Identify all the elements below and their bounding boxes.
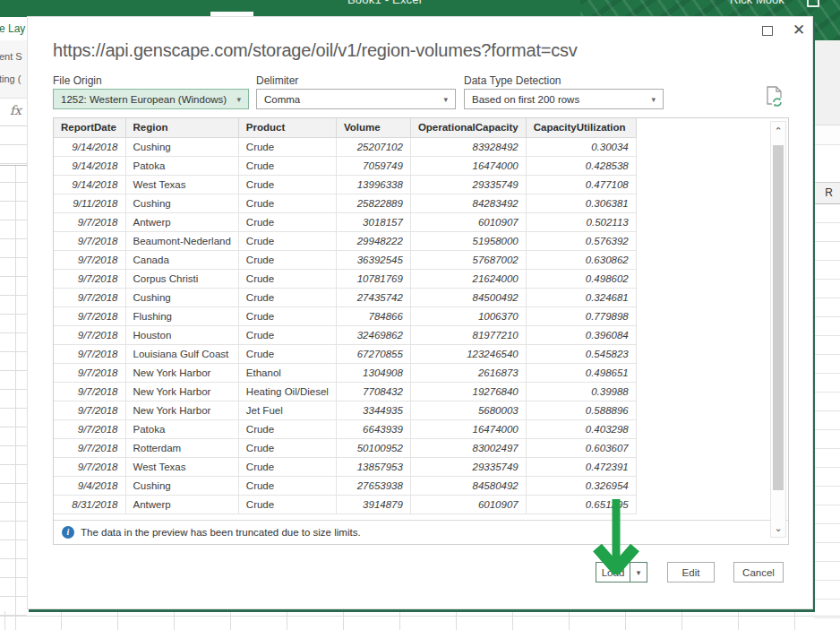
table-cell: 6643939 (336, 419, 410, 438)
table-cell: 0.498651 (526, 363, 636, 382)
table-row: 9/7/2018HoustonCrude32469862819772100.39… (54, 325, 636, 344)
table-cell: 9/7/2018 (54, 457, 125, 476)
table-cell: 57687002 (410, 250, 526, 269)
window-title: Book1 - Excel (347, 0, 422, 6)
truncation-notice: i The data in the preview has been trunc… (54, 520, 788, 544)
table-cell: Jet Fuel (238, 401, 336, 419)
excel-left-edge: e Lay ent S ting ( fx (0, 17, 27, 630)
ribbon-fragment (813, 40, 840, 125)
table-row: 9/7/2018Corpus ChristiCrude1078176921624… (54, 269, 636, 288)
table-cell: 9/14/2018 (54, 156, 125, 175)
column-header: OperationalCapacity (410, 118, 526, 137)
truncation-message: The data in the preview has been truncat… (81, 527, 361, 538)
table-cell: 1006370 (410, 306, 526, 325)
load-split-arrow-icon[interactable]: ▾ (630, 562, 647, 583)
table-cell: 0.306381 (526, 194, 636, 212)
formula-bar-fragment (813, 125, 840, 145)
table-cell: 32469862 (336, 325, 410, 344)
table-cell: Cushing (125, 194, 238, 212)
table-cell: 8/31/2018 (54, 495, 125, 513)
table-cell: 83002497 (410, 438, 526, 457)
table-cell: Antwerp (125, 212, 238, 231)
chevron-down-icon: ▾ (443, 95, 448, 104)
table-cell: 83928492 (410, 137, 526, 156)
worksheet-grid-fragment (0, 126, 27, 630)
dialog-title-url: https://api.genscape.com/storage/oil/v1/… (53, 40, 578, 61)
screen: Book1 - Excel Rick Mook e Lay ent S ting… (0, 0, 840, 630)
signed-in-user: Rick Mook (730, 0, 784, 6)
table-cell: 0.545823 (526, 344, 636, 363)
file-origin-value: 1252: Western European (Windows) (61, 94, 227, 105)
gridline (15, 166, 16, 630)
table-cell: 0.326954 (526, 476, 636, 495)
table-cell: 0.39988 (526, 382, 636, 401)
table-cell: 0.651295 (526, 495, 636, 513)
table-row: 9/7/2018New York HarborEthanol1304908261… (54, 363, 636, 382)
close-icon[interactable]: ✕ (791, 22, 807, 39)
table-cell: Cushing (125, 137, 238, 156)
scrollbar-thumb[interactable] (773, 145, 784, 490)
table-cell: New York Harbor (125, 363, 238, 382)
table-cell: 29335749 (410, 175, 526, 194)
table-cell: Crude (238, 250, 336, 269)
table-cell: Crude (238, 175, 336, 194)
table-cell: 0.324681 (526, 288, 636, 306)
table-cell: 5680003 (410, 401, 526, 419)
load-button[interactable]: Load (596, 562, 630, 583)
scroll-down-icon[interactable]: ⌄ (771, 521, 785, 535)
scroll-up-icon[interactable]: ⌃ (771, 124, 785, 138)
table-cell: Crude (238, 269, 336, 288)
table-cell: 9/7/2018 (54, 419, 125, 438)
delimiter-label: Delimiter (256, 74, 298, 87)
data-type-detection-label: Data Type Detection (464, 74, 561, 87)
table-row: 9/14/2018PatokaCrude7059749164740000.428… (54, 156, 636, 175)
table-cell: Patoka (125, 156, 238, 175)
table-cell: West Texas (125, 175, 238, 194)
edit-button[interactable]: Edit (667, 562, 715, 583)
table-cell: Louisiana Gulf Coast (125, 344, 238, 363)
table-cell: Houston (125, 325, 238, 344)
table-cell: 0.502113 (526, 212, 636, 231)
table-row: 9/7/2018Louisiana Gulf CoastCrude6727085… (54, 344, 636, 363)
table-cell: 67270855 (336, 344, 410, 363)
worksheet-grid-fragment (0, 611, 840, 630)
table-cell: 27653938 (336, 476, 410, 495)
table-cell: Patoka (125, 419, 238, 438)
table-row: 9/7/2018New York HarborHeating Oil/Diese… (54, 382, 636, 401)
worksheet-cell-fragment: R (814, 182, 840, 204)
ribbon-tab-row: e Lay (0, 17, 27, 40)
cancel-button[interactable]: Cancel (733, 562, 784, 583)
data-type-detection-dropdown[interactable]: Based on first 200 rows ▾ (464, 89, 664, 109)
table-cell: 9/11/2018 (54, 194, 125, 212)
table-cell: 1304908 (336, 363, 410, 382)
restore-window-icon[interactable] (762, 26, 773, 36)
table-cell: 3914879 (336, 495, 410, 513)
table-cell: 27435742 (336, 288, 410, 306)
table-cell: Crude (238, 457, 336, 476)
table-cell: 29335749 (410, 457, 526, 476)
table-cell: 6010907 (410, 495, 526, 513)
table-cell: 9/14/2018 (54, 137, 125, 156)
table-cell: 0.576392 (526, 231, 636, 250)
table-cell: Crude (238, 419, 336, 438)
table-row: 9/14/2018West TexasCrude1399633829335749… (54, 175, 636, 194)
formula-bar-fragment: fx (0, 99, 27, 126)
table-cell: 9/7/2018 (54, 250, 125, 269)
table-cell: 9/7/2018 (54, 288, 125, 306)
table-cell: Rotterdam (125, 438, 238, 457)
delimiter-dropdown[interactable]: Comma ▾ (256, 89, 456, 109)
table-row: 9/11/2018CushingCrude25822889842834920.3… (54, 194, 636, 212)
file-origin-dropdown[interactable]: 1252: Western European (Windows) ▾ (53, 89, 249, 109)
delimiter-value: Comma (264, 94, 300, 105)
table-cell: 13996338 (336, 175, 410, 194)
table-cell: 21624000 (410, 269, 526, 288)
cell-text-fragment: R (825, 186, 833, 199)
table-row: 9/7/2018Beaumont-NederlandCrude299482225… (54, 231, 636, 250)
table-cell: Crude (238, 325, 336, 344)
table-cell: Ethanol (238, 363, 336, 382)
table-cell: 0.630862 (526, 250, 636, 269)
table-cell: 784866 (336, 306, 410, 325)
refresh-preview-icon[interactable] (764, 85, 785, 110)
table-row: 8/31/2018AntwerpCrude391487960109070.651… (54, 495, 636, 513)
vertical-scrollbar[interactable]: ⌃ ⌄ (770, 121, 786, 538)
